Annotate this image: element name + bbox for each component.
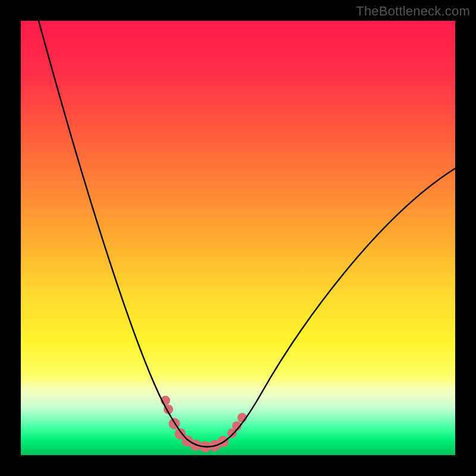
chart-frame: TheBottleneck.com bbox=[0, 0, 476, 476]
trough-dots bbox=[161, 396, 247, 453]
watermark-text: TheBottleneck.com bbox=[356, 4, 470, 19]
curves-layer bbox=[21, 21, 455, 455]
left-curve bbox=[39, 21, 207, 447]
plot-area bbox=[21, 21, 455, 455]
right-curve bbox=[207, 168, 455, 447]
